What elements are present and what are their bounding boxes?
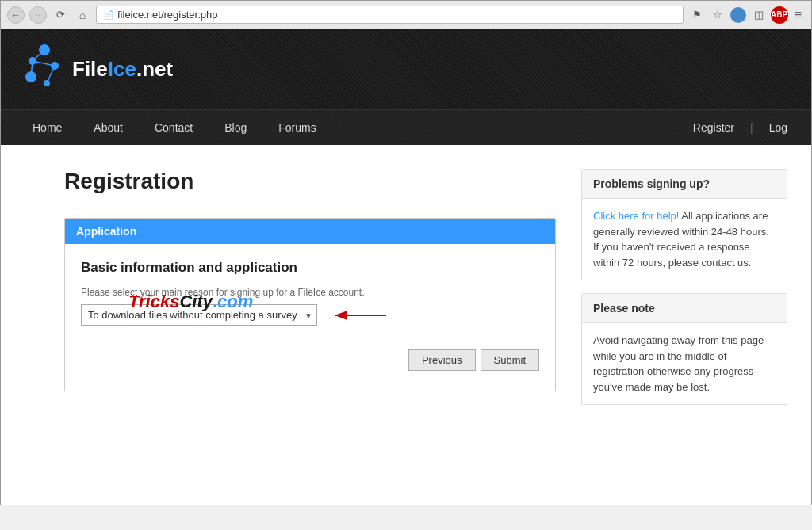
cast-icon[interactable]: ◫ bbox=[750, 6, 768, 24]
website: FileIce.net Home About Contact Blog Foru… bbox=[1, 29, 811, 505]
nav-separator: | bbox=[750, 121, 753, 134]
submit-button[interactable]: Submit bbox=[481, 349, 539, 371]
nav-forums[interactable]: Forums bbox=[262, 110, 331, 145]
site-nav: Home About Contact Blog Forums Register … bbox=[1, 109, 811, 145]
logo-icon bbox=[25, 44, 64, 95]
form-section-title: Basic information and application bbox=[81, 260, 539, 276]
page-title: Registration bbox=[64, 169, 557, 194]
address-bar[interactable]: 📄 fileice.net/register.php bbox=[96, 6, 684, 24]
bookmark-icon[interactable]: ⚑ bbox=[688, 6, 706, 24]
browser-actions: ⚑ ☆ ◫ ABP ≡ bbox=[688, 6, 805, 24]
svg-point-0 bbox=[730, 7, 746, 23]
adblock-icon[interactable]: ABP bbox=[771, 6, 788, 24]
help-link[interactable]: Click here for help! bbox=[593, 210, 679, 222]
red-arrow-svg bbox=[327, 307, 390, 323]
svg-line-7 bbox=[33, 61, 55, 66]
sidebar-box-note-body: Avoid navigating away from this page whi… bbox=[582, 323, 787, 404]
site-header: FileIce.net bbox=[1, 29, 811, 109]
svg-line-9 bbox=[47, 66, 55, 83]
sidebar-box-problems: Problems signing up? Click here for help… bbox=[581, 169, 787, 280]
form-card: Application Basic information and applic… bbox=[64, 218, 556, 391]
nav-login[interactable]: Log bbox=[761, 110, 795, 145]
home-button[interactable]: ⌂ bbox=[74, 6, 91, 24]
sidebar-box-problems-header: Problems signing up? bbox=[582, 170, 787, 199]
menu-icon[interactable]: ≡ bbox=[791, 6, 805, 24]
forward-button[interactable]: → bbox=[29, 6, 47, 24]
logo-text: FileIce.net bbox=[72, 57, 173, 82]
content-left: Registration Application Basic informati… bbox=[64, 169, 557, 418]
url-text: fileice.net/register.php bbox=[117, 9, 217, 21]
page-icon: 📄 bbox=[103, 10, 114, 20]
refresh-button[interactable]: ⟳ bbox=[52, 6, 69, 24]
select-row: To download files without completing a s… bbox=[81, 304, 539, 326]
nav-links: Home About Contact Blog Forums bbox=[17, 110, 685, 145]
arrow-annotation bbox=[327, 307, 390, 323]
form-actions: Previous Submit bbox=[81, 349, 539, 371]
nav-home[interactable]: Home bbox=[17, 110, 78, 145]
profile-icon[interactable] bbox=[730, 6, 747, 24]
logo-area: FileIce.net bbox=[25, 44, 173, 95]
back-button[interactable]: ← bbox=[7, 6, 25, 24]
main-content: Registration Application Basic informati… bbox=[1, 145, 811, 441]
form-label: Please select your main reason for signi… bbox=[81, 287, 539, 298]
sidebar: Problems signing up? Click here for help… bbox=[581, 169, 787, 418]
sidebar-box-problems-body: Click here for help! All applications ar… bbox=[582, 199, 787, 280]
browser-window: ← → ⟳ ⌂ 📄 fileice.net/register.php ⚑ ☆ ◫… bbox=[0, 0, 812, 505]
previous-button[interactable]: Previous bbox=[408, 349, 476, 371]
nav-right: Register | Log bbox=[685, 110, 795, 145]
nav-register[interactable]: Register bbox=[685, 110, 742, 145]
reason-select[interactable]: To download files without completing a s… bbox=[81, 304, 317, 326]
sidebar-box-note-header: Please note bbox=[582, 294, 787, 323]
star-icon[interactable]: ☆ bbox=[709, 6, 726, 24]
browser-toolbar: ← → ⟳ ⌂ 📄 fileice.net/register.php ⚑ ☆ ◫… bbox=[1, 1, 811, 29]
svg-line-6 bbox=[33, 50, 44, 61]
form-card-body: Basic information and application Please… bbox=[65, 244, 555, 391]
select-wrapper: To download files without completing a s… bbox=[81, 304, 317, 326]
sidebar-box-note: Please note Avoid navigating away from t… bbox=[581, 293, 787, 405]
form-card-header: Application bbox=[65, 219, 555, 244]
nav-blog[interactable]: Blog bbox=[209, 110, 262, 145]
nav-contact[interactable]: Contact bbox=[139, 110, 209, 145]
nav-about[interactable]: About bbox=[78, 110, 139, 145]
